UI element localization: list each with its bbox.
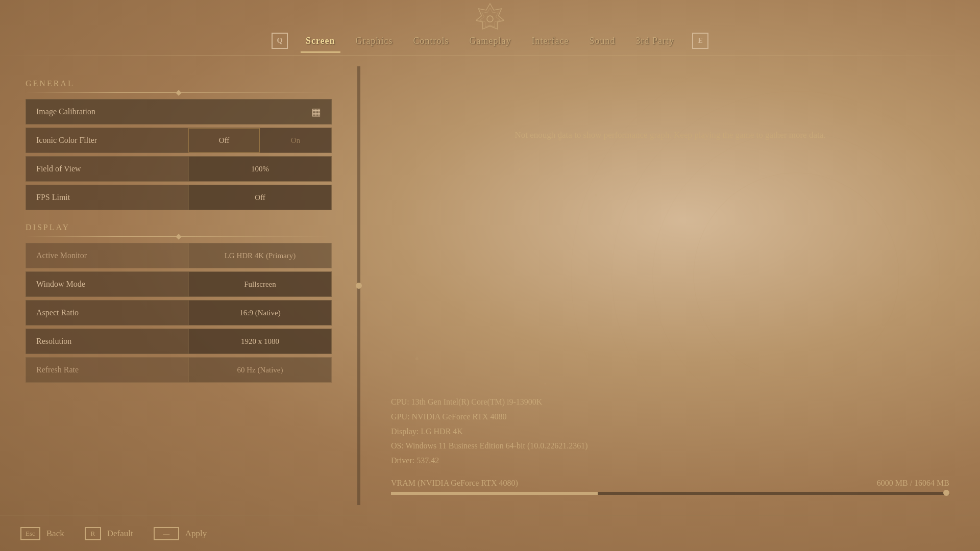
game-logo: [476, 3, 504, 36]
resolution-value[interactable]: 980 x 551: [188, 329, 331, 354]
nav-line: [0, 56, 980, 56]
default-key: R: [85, 527, 101, 540]
field-of-view-label: Field of View: [26, 164, 188, 173]
refresh-rate-value: 60 Hz (Native): [188, 358, 331, 382]
default-label: Default: [107, 529, 133, 539]
field-of-view-value[interactable]: 100%: [188, 157, 331, 181]
vram-usage: 6000 MB / 16064 MB: [877, 479, 949, 488]
vram-bar-fill: [391, 492, 598, 495]
active-monitor-label: Active Monitor: [26, 251, 188, 260]
aspect-ratio-value[interactable]: 16:9 (Native): [188, 300, 331, 325]
general-settings-list: Image Calibration ▦ Iconic Color Filter …: [26, 99, 332, 210]
tab-screen[interactable]: Screen: [296, 32, 346, 51]
tab-sound[interactable]: Sound: [579, 32, 626, 51]
active-monitor-value: LG HDR 4K (Primary): [188, 243, 331, 268]
content-area: GENERAL Image Calibration ▦ Iconic Color…: [0, 56, 980, 515]
nav-tabs: Q Screen Graphics Controls Gameplay Inte…: [264, 32, 716, 51]
active-monitor-row: Active Monitor LG HDR 4K (Primary): [26, 243, 332, 268]
back-key: Esc: [20, 527, 40, 540]
tab-3rdparty[interactable]: 3rd Party: [626, 32, 685, 51]
window-mode-row: Window Mode Fullscreen: [26, 271, 332, 297]
tab-interface[interactable]: Interface: [522, 32, 579, 51]
tab-gameplay[interactable]: Gameplay: [459, 32, 522, 51]
general-divider: [26, 92, 332, 93]
iconic-color-filter-row: Iconic Color Filter Off On: [26, 128, 332, 153]
panel-divider: [357, 66, 360, 505]
iconic-color-filter-label: Iconic Color Filter: [26, 136, 188, 145]
general-section-header: GENERAL: [26, 79, 332, 88]
gpu-info: GPU: NVIDIA GeForce RTX 4080: [391, 410, 949, 424]
fps-limit-value[interactable]: Off: [188, 185, 331, 210]
tab-graphics[interactable]: Graphics: [346, 32, 403, 51]
aspect-ratio-row: Aspect Ratio 16:9 (Native): [26, 300, 332, 325]
window-mode-value[interactable]: Fullscreen: [188, 272, 331, 296]
navigation: Q Screen Graphics Controls Gameplay Inte…: [0, 0, 980, 56]
iconic-color-filter-toggle: Off On: [188, 128, 331, 153]
image-calibration-row[interactable]: Image Calibration ▦: [26, 99, 332, 124]
nav-key-right[interactable]: E: [692, 33, 708, 49]
vram-indicator: [943, 490, 949, 496]
image-calibration-label: Image Calibration: [26, 107, 311, 116]
display-settings-list: Active Monitor LG HDR 4K (Primary) Windo…: [26, 243, 332, 383]
vram-label: VRAM (NVIDIA GeForce RTX 4080): [391, 479, 518, 488]
window-mode-label: Window Mode: [26, 280, 188, 289]
bottom-bar: Esc Back R Default — Apply: [0, 515, 980, 551]
driver-info: Driver: 537.42: [391, 454, 949, 468]
os-info: OS: Windows 11 Business Edition 64-bit (…: [391, 439, 949, 454]
back-label: Back: [46, 529, 64, 539]
right-panel: Not enough data to show performance grap…: [360, 66, 980, 505]
display-divider: [26, 236, 332, 237]
vram-bar-background: [391, 492, 949, 495]
toggle-off-button[interactable]: Off: [188, 128, 260, 153]
cpu-info: CPU: 13th Gen Intel(R) Core(TM) i9-13900…: [391, 395, 949, 410]
svg-point-2: [487, 16, 493, 22]
vram-header: VRAM (NVIDIA GeForce RTX 4080) 6000 MB /…: [391, 479, 949, 488]
fps-limit-label: FPS Limit: [26, 193, 188, 202]
refresh-rate-row: Refresh Rate 60 Hz (Native): [26, 357, 332, 383]
display-section-header: DISPLAY: [26, 223, 332, 232]
calibration-icon: ▦: [311, 106, 331, 118]
resolution-label: Resolution: [26, 337, 188, 346]
default-action[interactable]: R Default: [85, 527, 133, 540]
system-info: CPU: 13th Gen Intel(R) Core(TM) i9-13900…: [391, 395, 949, 468]
apply-key: —: [154, 527, 179, 540]
performance-message: Not enough data to show performance grap…: [391, 128, 949, 143]
resolution-row: Resolution 980 x 551: [26, 329, 332, 354]
field-of-view-row: Field of View 100%: [26, 156, 332, 182]
nav-key-left[interactable]: Q: [272, 33, 288, 49]
apply-label: Apply: [185, 529, 207, 539]
apply-action[interactable]: — Apply: [154, 527, 207, 540]
fps-limit-row: FPS Limit Off: [26, 185, 332, 210]
back-action[interactable]: Esc Back: [20, 527, 64, 540]
settings-panel: GENERAL Image Calibration ▦ Iconic Color…: [0, 66, 357, 505]
tab-controls[interactable]: Controls: [403, 32, 459, 51]
toggle-on-button[interactable]: On: [260, 128, 331, 153]
display-info: Display: LG HDR 4K: [391, 424, 949, 439]
vram-section: VRAM (NVIDIA GeForce RTX 4080) 6000 MB /…: [391, 479, 949, 495]
refresh-rate-label: Refresh Rate: [26, 365, 188, 374]
aspect-ratio-label: Aspect Ratio: [26, 308, 188, 317]
